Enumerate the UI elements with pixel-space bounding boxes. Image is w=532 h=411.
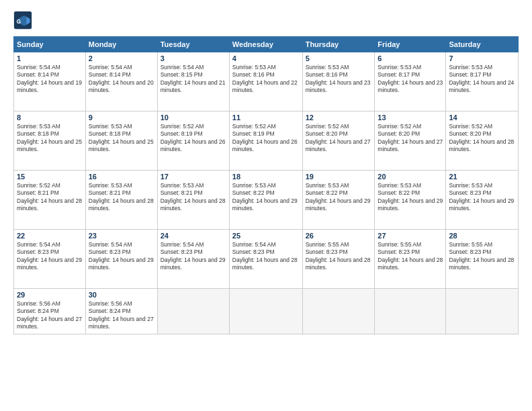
day-number: 12: [306, 113, 372, 122]
logo-icon: G: [13, 11, 32, 30]
calendar-cell: 11Sunrise: 5:52 AMSunset: 8:19 PMDayligh…: [229, 111, 302, 171]
logo: G: [13, 11, 35, 30]
calendar-cell: 14Sunrise: 5:52 AMSunset: 8:20 PMDayligh…: [446, 111, 519, 171]
col-header-tuesday: Tuesday: [157, 37, 229, 52]
day-info: Sunrise: 5:52 AMSunset: 8:20 PMDaylight:…: [378, 123, 443, 154]
day-number: 29: [17, 291, 83, 299]
day-number: 19: [306, 173, 372, 181]
day-number: 23: [89, 232, 154, 240]
calendar-cell: 26Sunrise: 5:55 AMSunset: 8:23 PMDayligh…: [302, 230, 375, 289]
day-number: 20: [378, 173, 443, 181]
day-number: 5: [306, 54, 372, 62]
day-number: 27: [378, 232, 443, 240]
day-info: Sunrise: 5:53 AMSunset: 8:23 PMDaylight:…: [449, 182, 515, 213]
day-number: 10: [161, 113, 226, 122]
day-number: 1: [17, 54, 83, 62]
calendar-cell: [302, 289, 375, 334]
calendar-cell: 1Sunrise: 5:54 AMSunset: 8:14 PMDaylight…: [14, 52, 86, 111]
day-number: 28: [449, 232, 515, 240]
day-info: Sunrise: 5:53 AMSunset: 8:18 PMDaylight:…: [17, 123, 83, 154]
day-number: 7: [449, 54, 515, 62]
day-info: Sunrise: 5:54 AMSunset: 8:23 PMDaylight:…: [232, 241, 300, 272]
day-number: 25: [232, 232, 300, 240]
day-info: Sunrise: 5:54 AMSunset: 8:23 PMDaylight:…: [161, 241, 226, 272]
day-number: 22: [17, 232, 83, 240]
col-header-monday: Monday: [85, 37, 157, 52]
day-info: Sunrise: 5:54 AMSunset: 8:14 PMDaylight:…: [17, 64, 83, 95]
header: G: [13, 11, 519, 30]
calendar-cell: 8Sunrise: 5:53 AMSunset: 8:18 PMDaylight…: [14, 111, 86, 171]
calendar-cell: 7Sunrise: 5:53 AMSunset: 8:17 PMDaylight…: [446, 52, 519, 111]
day-info: Sunrise: 5:53 AMSunset: 8:22 PMDaylight:…: [306, 182, 372, 213]
day-info: Sunrise: 5:52 AMSunset: 8:20 PMDaylight:…: [306, 123, 372, 154]
calendar-week-3: 15Sunrise: 5:52 AMSunset: 8:21 PMDayligh…: [14, 171, 519, 230]
calendar-cell: 12Sunrise: 5:52 AMSunset: 8:20 PMDayligh…: [302, 111, 375, 171]
calendar-cell: 19Sunrise: 5:53 AMSunset: 8:22 PMDayligh…: [302, 171, 375, 230]
calendar-cell: 6Sunrise: 5:53 AMSunset: 8:17 PMDaylight…: [375, 52, 446, 111]
day-number: 24: [161, 232, 226, 240]
day-info: Sunrise: 5:56 AMSunset: 8:24 PMDaylight:…: [17, 300, 83, 331]
day-number: 21: [449, 173, 515, 181]
day-number: 2: [89, 54, 154, 62]
calendar-cell: 29Sunrise: 5:56 AMSunset: 8:24 PMDayligh…: [14, 289, 86, 334]
calendar-cell: 27Sunrise: 5:55 AMSunset: 8:23 PMDayligh…: [375, 230, 446, 289]
calendar-cell: 23Sunrise: 5:54 AMSunset: 8:23 PMDayligh…: [85, 230, 157, 289]
day-info: Sunrise: 5:54 AMSunset: 8:23 PMDaylight:…: [89, 241, 154, 272]
col-header-saturday: Saturday: [446, 37, 519, 52]
day-number: 6: [378, 54, 443, 62]
calendar-table: SundayMondayTuesdayWednesdayThursdayFrid…: [13, 36, 519, 334]
calendar-cell: 25Sunrise: 5:54 AMSunset: 8:23 PMDayligh…: [229, 230, 302, 289]
calendar-cell: 3Sunrise: 5:54 AMSunset: 8:15 PMDaylight…: [157, 52, 229, 111]
day-info: Sunrise: 5:55 AMSunset: 8:23 PMDaylight:…: [449, 241, 515, 272]
calendar-cell: 15Sunrise: 5:52 AMSunset: 8:21 PMDayligh…: [14, 171, 86, 230]
day-number: 3: [161, 54, 226, 62]
day-info: Sunrise: 5:52 AMSunset: 8:19 PMDaylight:…: [232, 123, 300, 154]
calendar-cell: [375, 289, 446, 334]
day-info: Sunrise: 5:54 AMSunset: 8:23 PMDaylight:…: [17, 241, 83, 272]
calendar-cell: 9Sunrise: 5:53 AMSunset: 8:18 PMDaylight…: [85, 111, 157, 171]
calendar-week-5: 29Sunrise: 5:56 AMSunset: 8:24 PMDayligh…: [14, 289, 519, 334]
calendar-cell: 16Sunrise: 5:53 AMSunset: 8:21 PMDayligh…: [85, 171, 157, 230]
day-info: Sunrise: 5:54 AMSunset: 8:14 PMDaylight:…: [89, 64, 154, 95]
calendar-cell: 4Sunrise: 5:53 AMSunset: 8:16 PMDaylight…: [229, 52, 302, 111]
col-header-wednesday: Wednesday: [229, 37, 302, 52]
day-info: Sunrise: 5:53 AMSunset: 8:16 PMDaylight:…: [232, 64, 300, 95]
calendar-cell: 5Sunrise: 5:53 AMSunset: 8:16 PMDaylight…: [302, 52, 375, 111]
calendar-cell: [229, 289, 302, 334]
page: G SundayMondayTuesdayWednesdayThursdayFr…: [0, 0, 532, 411]
day-number: 11: [232, 113, 300, 122]
day-number: 14: [449, 113, 515, 122]
calendar-cell: 13Sunrise: 5:52 AMSunset: 8:20 PMDayligh…: [375, 111, 446, 171]
calendar-header-row: SundayMondayTuesdayWednesdayThursdayFrid…: [14, 37, 519, 52]
calendar-cell: [446, 289, 519, 334]
day-info: Sunrise: 5:53 AMSunset: 8:21 PMDaylight:…: [161, 182, 226, 213]
col-header-friday: Friday: [375, 37, 446, 52]
calendar-cell: 18Sunrise: 5:53 AMSunset: 8:22 PMDayligh…: [229, 171, 302, 230]
day-number: 4: [232, 54, 300, 62]
day-info: Sunrise: 5:52 AMSunset: 8:20 PMDaylight:…: [449, 123, 515, 154]
day-number: 13: [378, 113, 443, 122]
day-number: 15: [17, 173, 83, 181]
day-info: Sunrise: 5:53 AMSunset: 8:17 PMDaylight:…: [449, 64, 515, 95]
day-info: Sunrise: 5:53 AMSunset: 8:22 PMDaylight:…: [232, 182, 300, 213]
calendar-cell: 20Sunrise: 5:53 AMSunset: 8:22 PMDayligh…: [375, 171, 446, 230]
day-info: Sunrise: 5:52 AMSunset: 8:21 PMDaylight:…: [17, 182, 83, 213]
calendar-cell: 24Sunrise: 5:54 AMSunset: 8:23 PMDayligh…: [157, 230, 229, 289]
svg-text:G: G: [16, 18, 21, 25]
day-info: Sunrise: 5:53 AMSunset: 8:21 PMDaylight:…: [89, 182, 154, 213]
day-info: Sunrise: 5:54 AMSunset: 8:15 PMDaylight:…: [161, 64, 226, 95]
day-info: Sunrise: 5:52 AMSunset: 8:19 PMDaylight:…: [161, 123, 226, 154]
day-number: 8: [17, 113, 83, 122]
day-number: 26: [306, 232, 372, 240]
calendar-week-4: 22Sunrise: 5:54 AMSunset: 8:23 PMDayligh…: [14, 230, 519, 289]
calendar-cell: [157, 289, 229, 334]
day-number: 17: [161, 173, 226, 181]
day-info: Sunrise: 5:53 AMSunset: 8:22 PMDaylight:…: [378, 182, 443, 213]
day-number: 30: [89, 291, 154, 299]
calendar-cell: 17Sunrise: 5:53 AMSunset: 8:21 PMDayligh…: [157, 171, 229, 230]
day-info: Sunrise: 5:56 AMSunset: 8:24 PMDaylight:…: [89, 300, 154, 331]
day-number: 18: [232, 173, 300, 181]
calendar-cell: 21Sunrise: 5:53 AMSunset: 8:23 PMDayligh…: [446, 171, 519, 230]
day-info: Sunrise: 5:53 AMSunset: 8:16 PMDaylight:…: [306, 64, 372, 95]
calendar-cell: 28Sunrise: 5:55 AMSunset: 8:23 PMDayligh…: [446, 230, 519, 289]
